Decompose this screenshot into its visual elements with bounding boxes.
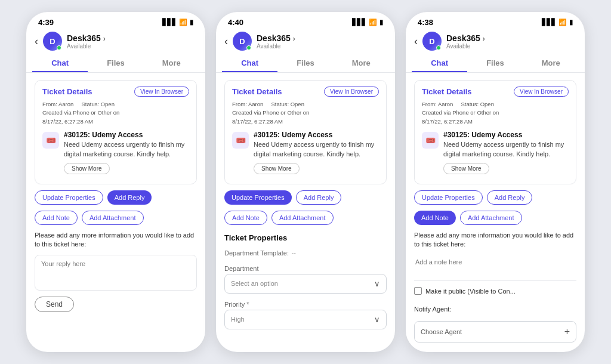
ticket-meta-1: From: Aaron Status: Open Created via Pho… (42, 100, 189, 126)
priority-chevron-down-2: ∨ (374, 315, 380, 324)
update-properties-btn-2[interactable]: Update Properties (224, 190, 292, 205)
send-btn-1[interactable]: Send (35, 297, 74, 312)
show-more-btn-3[interactable]: Show More (443, 163, 489, 174)
dept-select-2[interactable]: Select an option ∨ (224, 274, 387, 294)
avatar-1: D (43, 32, 62, 51)
tab-chat-1[interactable]: Chat (32, 54, 88, 72)
show-more-btn-2[interactable]: Show More (254, 163, 300, 174)
add-reply-btn-3[interactable]: Add Reply (487, 190, 533, 205)
time-3: 4:38 (418, 18, 433, 27)
online-dot-3 (436, 45, 441, 50)
status-icons-2: ▋▋▋ 📶 ▮ (352, 18, 383, 26)
battery-icon-2: ▮ (379, 18, 383, 26)
dept-chevron-down-2: ∨ (374, 279, 380, 288)
status-icons-3: ▋▋▋ 📶 ▮ (542, 18, 573, 26)
header-status-1: Available (67, 43, 197, 50)
battery-icon-1: ▮ (190, 18, 193, 26)
update-properties-btn-1[interactable]: Update Properties (35, 190, 103, 205)
view-browser-btn-1[interactable]: View In Browser (134, 87, 189, 97)
back-button-2[interactable]: ‹ (224, 35, 228, 48)
tab-files-2[interactable]: Files (277, 54, 333, 72)
dept-group-2: Department Select an option ∨ (224, 265, 387, 294)
notify-label-3: Notify Agent: (414, 306, 576, 313)
header-1: ‹ D Desk365 › Available (26, 29, 205, 54)
note-textarea-3[interactable] (414, 255, 576, 281)
avatar-3: D (422, 32, 442, 51)
avatar-2: D (233, 32, 252, 51)
wifi-icon-2: 📶 (369, 18, 377, 26)
add-reply-btn-1[interactable]: Add Reply (107, 190, 152, 205)
ticket-subject-row-3: 🎟️ #30125: Udemy Access Need Udemy acces… (422, 131, 569, 174)
add-attachment-btn-2[interactable]: Add Attachment (271, 211, 334, 225)
tabs-1: Chat Files More (26, 54, 205, 73)
ticket-card-3: Ticket Details View In Browser From: Aar… (414, 80, 576, 184)
app-name-2: Desk365 › (257, 33, 387, 43)
status-icons-1: ▋▋▋ 📶 ▮ (162, 18, 193, 26)
choose-agent-row-3[interactable]: Choose Agent + (414, 321, 576, 343)
signal-icon-1: ▋▋▋ (162, 18, 177, 26)
add-note-btn-3[interactable]: Add Note (414, 211, 456, 225)
ticket-meta-3: From: Aaron Status: Open Created via Pho… (422, 100, 569, 126)
action-row-1-3: Update Properties Add Reply (414, 190, 576, 205)
back-button-3[interactable]: ‹ (414, 35, 418, 48)
tab-files-3[interactable]: Files (467, 54, 523, 72)
phones-container: 4:39 ▋▋▋ 📶 ▮ ‹ D Desk365 › Available Cha… (14, 0, 597, 364)
action-row-2-2: Add Note Add Attachment (224, 211, 387, 225)
priority-select-2[interactable]: High ∨ (224, 310, 387, 329)
ticket-card-header-2: Ticket Details View In Browser (232, 87, 379, 97)
action-row-1: Update Properties Add Reply (35, 190, 197, 205)
add-note-btn-1[interactable]: Add Note (35, 211, 78, 225)
action-row-2-1: Add Note Add Attachment (35, 211, 197, 225)
ticket-details-label-1: Ticket Details (42, 87, 92, 96)
header-info-1: Desk365 › Available (67, 33, 197, 50)
tab-files-1[interactable]: Files (88, 54, 143, 72)
add-attachment-btn-3[interactable]: Add Attachment (460, 211, 522, 225)
chevron-1: › (103, 35, 106, 43)
content-1: Ticket Details View In Browser From: Aar… (26, 73, 205, 352)
header-info-2: Desk365 › Available (257, 33, 387, 50)
make-public-row-3: Make it public (Visible to Con... (414, 287, 576, 295)
header-3: ‹ D Desk365 › Available (406, 29, 585, 54)
content-2: Ticket Details View In Browser From: Aar… (216, 73, 395, 352)
ticket-body-1: Need Udemy access urgently to finish my … (64, 140, 189, 159)
online-dot-2 (246, 45, 251, 50)
ticket-content-3: #30125: Udemy Access Need Udemy access u… (443, 131, 569, 174)
header-status-2: Available (257, 43, 387, 50)
update-properties-btn-3[interactable]: Update Properties (414, 190, 483, 205)
add-attachment-btn-1[interactable]: Add Attachment (82, 211, 144, 225)
tab-chat-3[interactable]: Chat (412, 54, 467, 72)
status-bar-1: 4:39 ▋▋▋ 📶 ▮ (26, 12, 205, 29)
online-dot-1 (57, 45, 61, 50)
header-info-3: Desk365 › Available (446, 33, 576, 50)
add-reply-btn-2[interactable]: Add Reply (296, 190, 342, 205)
reply-textarea-1[interactable] (35, 255, 197, 291)
ticket-subject-3: #30125: Udemy Access (443, 131, 569, 139)
ticket-body-2: Need Udemy access urgently to finish my … (254, 140, 379, 159)
tab-more-3[interactable]: More (523, 54, 579, 72)
ticket-details-label-3: Ticket Details (422, 87, 472, 96)
ticket-icon-3: 🎟️ (422, 132, 439, 149)
tabs-3: Chat Files More (406, 54, 585, 73)
wifi-icon-1: 📶 (179, 18, 187, 26)
make-public-checkbox-3[interactable] (414, 287, 422, 295)
ticket-meta-2: From: Aaron Status: Open Created via Pho… (232, 100, 379, 126)
chevron-3: › (483, 35, 485, 43)
view-browser-btn-3[interactable]: View In Browser (514, 87, 569, 97)
add-info-label-1: Please add any more information you woul… (35, 231, 197, 249)
signal-icon-3: ▋▋▋ (542, 18, 556, 26)
ticket-details-label-2: Ticket Details (232, 87, 282, 96)
make-public-label-3: Make it public (Visible to Con... (425, 288, 516, 295)
props-title-2: Ticket Properties (224, 233, 387, 242)
tab-chat-2[interactable]: Chat (222, 54, 277, 72)
view-browser-btn-2[interactable]: View In Browser (324, 87, 379, 97)
action-row-1-2: Update Properties Add Reply (224, 190, 387, 205)
priority-label-2: Priority * (224, 301, 387, 308)
back-button-1[interactable]: ‹ (35, 35, 38, 48)
tab-more-2[interactable]: More (334, 54, 389, 72)
tab-more-1[interactable]: More (144, 54, 199, 72)
add-note-btn-2[interactable]: Add Note (224, 211, 267, 225)
priority-value-2: High (231, 316, 245, 323)
show-more-btn-1[interactable]: Show More (64, 163, 110, 174)
ticket-subject-row-2: 🎟️ #30125: Udemy Access Need Udemy acces… (232, 131, 379, 174)
chevron-2: › (293, 35, 295, 43)
